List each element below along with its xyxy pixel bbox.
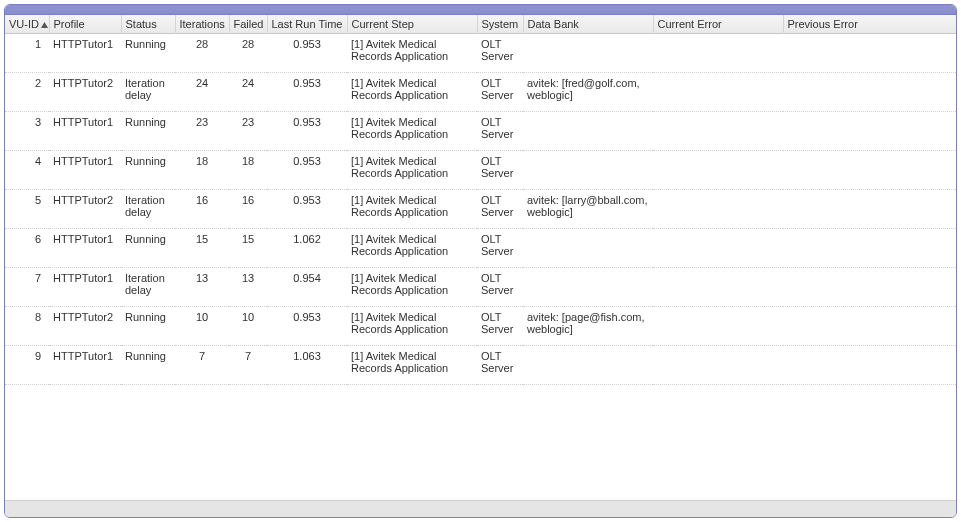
col-header-iterations[interactable]: Iterations [175,15,229,34]
col-header-last_run_time[interactable]: Last Run Time [267,15,347,34]
col-header-current_error[interactable]: Current Error [653,15,783,34]
col-header-label: Failed [234,18,264,30]
cell-vuid: 4 [5,151,49,190]
cell-data_bank [523,151,653,190]
svg-marker-0 [41,22,48,28]
cell-failed: 13 [229,268,267,307]
cell-failed: 7 [229,346,267,385]
cell-status: Running [121,151,175,190]
cell-failed: 23 [229,112,267,151]
panel-footer [5,500,956,517]
table-row[interactable]: 1HTTPTutor1Running28280.953[1] Avitek Me… [5,34,956,73]
cell-current_step: [1] Avitek Medical Records Application [347,307,477,346]
cell-previous_error [783,73,956,112]
cell-failed: 15 [229,229,267,268]
cell-current_error [653,112,783,151]
cell-iterations: 10 [175,307,229,346]
cell-system: OLT Server [477,151,523,190]
cell-current_step: [1] Avitek Medical Records Application [347,34,477,73]
cell-failed: 24 [229,73,267,112]
cell-system: OLT Server [477,34,523,73]
cell-vuid: 8 [5,307,49,346]
table-row[interactable]: 4HTTPTutor1Running18180.953[1] Avitek Me… [5,151,956,190]
grid-header-row: VU-IDProfileStatusIterationsFailedLast R… [5,15,956,34]
table-row[interactable]: 9HTTPTutor1Running771.063[1] Avitek Medi… [5,346,956,385]
table-row[interactable]: 7HTTPTutor1Iteration delay13130.954[1] A… [5,268,956,307]
cell-current_step: [1] Avitek Medical Records Application [347,73,477,112]
col-header-system[interactable]: System [477,15,523,34]
cell-current_error [653,190,783,229]
cell-profile: HTTPTutor1 [49,229,121,268]
col-header-label: Profile [54,18,85,30]
panel-titlebar[interactable] [5,5,956,15]
cell-data_bank: avitek: [fred@golf.com, weblogic] [523,73,653,112]
cell-previous_error [783,190,956,229]
cell-previous_error [783,346,956,385]
cell-current_error [653,34,783,73]
cell-profile: HTTPTutor2 [49,307,121,346]
cell-current_error [653,229,783,268]
col-header-label: Current Error [658,18,722,30]
cell-system: OLT Server [477,346,523,385]
cell-data_bank [523,268,653,307]
col-header-current_step[interactable]: Current Step [347,15,477,34]
cell-last_run_time: 1.062 [267,229,347,268]
cell-iterations: 28 [175,34,229,73]
col-header-data_bank[interactable]: Data Bank [523,15,653,34]
cell-iterations: 16 [175,190,229,229]
cell-current_step: [1] Avitek Medical Records Application [347,151,477,190]
cell-vuid: 2 [5,73,49,112]
cell-iterations: 7 [175,346,229,385]
cell-status: Iteration delay [121,73,175,112]
col-header-label: Iterations [180,18,225,30]
table-row[interactable]: 2HTTPTutor2Iteration delay24240.953[1] A… [5,73,956,112]
grid-table: VU-IDProfileStatusIterationsFailedLast R… [5,15,956,385]
cell-status: Running [121,229,175,268]
cell-previous_error [783,268,956,307]
cell-profile: HTTPTutor1 [49,268,121,307]
col-header-status[interactable]: Status [121,15,175,34]
cell-current_step: [1] Avitek Medical Records Application [347,229,477,268]
cell-failed: 28 [229,34,267,73]
cell-data_bank [523,34,653,73]
cell-last_run_time: 0.953 [267,151,347,190]
col-header-failed[interactable]: Failed [229,15,267,34]
col-header-vuid[interactable]: VU-ID [5,15,49,34]
cell-failed: 16 [229,190,267,229]
cell-status: Iteration delay [121,190,175,229]
cell-previous_error [783,229,956,268]
cell-profile: HTTPTutor1 [49,112,121,151]
cell-profile: HTTPTutor2 [49,190,121,229]
vu-status-panel: VU-IDProfileStatusIterationsFailedLast R… [4,4,957,518]
cell-system: OLT Server [477,268,523,307]
col-header-label: Status [126,18,157,30]
cell-status: Running [121,112,175,151]
grid-body: 1HTTPTutor1Running28280.953[1] Avitek Me… [5,34,956,385]
cell-vuid: 9 [5,346,49,385]
cell-current_error [653,346,783,385]
table-row[interactable]: 8HTTPTutor2Running10100.953[1] Avitek Me… [5,307,956,346]
cell-vuid: 7 [5,268,49,307]
cell-system: OLT Server [477,73,523,112]
col-header-profile[interactable]: Profile [49,15,121,34]
col-header-previous_error[interactable]: Previous Error [783,15,956,34]
cell-status: Running [121,346,175,385]
col-header-label: Previous Error [788,18,858,30]
cell-system: OLT Server [477,190,523,229]
cell-failed: 10 [229,307,267,346]
cell-current_error [653,73,783,112]
cell-current_error [653,268,783,307]
grid-header: VU-IDProfileStatusIterationsFailedLast R… [5,15,956,34]
cell-current_error [653,151,783,190]
cell-status: Running [121,34,175,73]
table-row[interactable]: 3HTTPTutor1Running23230.953[1] Avitek Me… [5,112,956,151]
cell-profile: HTTPTutor1 [49,346,121,385]
col-header-label: System [482,18,519,30]
cell-system: OLT Server [477,307,523,346]
cell-last_run_time: 0.953 [267,190,347,229]
table-row[interactable]: 6HTTPTutor1Running15151.062[1] Avitek Me… [5,229,956,268]
cell-profile: HTTPTutor1 [49,151,121,190]
table-row[interactable]: 5HTTPTutor2Iteration delay16160.953[1] A… [5,190,956,229]
cell-profile: HTTPTutor1 [49,34,121,73]
cell-vuid: 3 [5,112,49,151]
